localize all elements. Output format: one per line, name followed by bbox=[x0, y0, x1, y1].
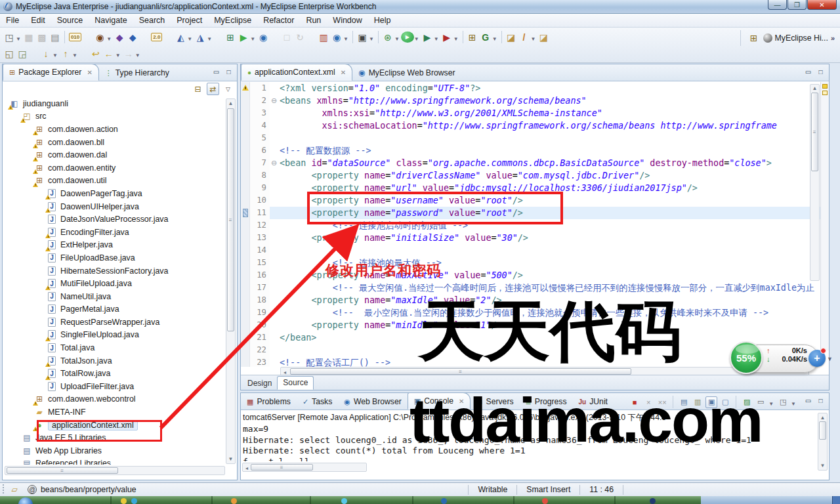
link-with-editor-icon[interactable]: ⇄ bbox=[207, 83, 219, 95]
menu-edit[interactable]: Edit bbox=[25, 14, 51, 27]
editor-tab-applicationcontext-xml[interactable]: ●applicationContext.xml✕ bbox=[241, 64, 352, 81]
new-class-icon[interactable]: ◭ bbox=[174, 30, 187, 44]
prev-annotation-icon[interactable]: ↑ bbox=[59, 47, 72, 60]
show-desktop-button[interactable] bbox=[832, 496, 840, 504]
refresh-g-dropdown-icon[interactable]: ▼ bbox=[492, 36, 497, 42]
open-perspective-icon[interactable]: ⊞ bbox=[747, 32, 761, 45]
forward-icon[interactable]: → bbox=[122, 47, 135, 60]
next-annotation-dropdown-icon[interactable]: ▼ bbox=[52, 52, 58, 58]
menu-window[interactable]: Window bbox=[327, 14, 368, 27]
tree-item-daowenuihelper-java[interactable]: JDaowenUIHelper.java bbox=[4, 200, 226, 213]
close-button[interactable]: ✕ bbox=[807, 0, 837, 10]
back-icon[interactable]: ← bbox=[102, 47, 116, 60]
debug-dropdown-icon[interactable]: ▼ bbox=[394, 36, 400, 42]
next-annotation-icon[interactable]: ↓ bbox=[39, 47, 52, 60]
view-tab-type-hierarchy[interactable]: ⋮Type Hierarchy bbox=[99, 65, 175, 81]
system-tray[interactable] bbox=[701, 496, 832, 504]
run-server-icon[interactable]: ▶ bbox=[237, 30, 250, 44]
console-horizontal-scrollbar[interactable]: ◂ ≡ bbox=[242, 463, 367, 472]
tree-item-uploadfilefilter-java[interactable]: JUploadFileFilter.java bbox=[4, 380, 226, 393]
disabled-refresh-icon[interactable]: ↻ bbox=[293, 30, 306, 44]
menu-search[interactable]: Search bbox=[133, 14, 171, 27]
taskbar-app-icon[interactable] bbox=[231, 498, 237, 504]
minimize-view-icon[interactable]: ▭ bbox=[212, 68, 220, 75]
camera-icon[interactable]: ▣ bbox=[356, 30, 369, 44]
menu-project[interactable]: Project bbox=[171, 14, 208, 27]
overview-ruler[interactable] bbox=[820, 82, 829, 350]
server-project-icon[interactable]: ⊞ bbox=[224, 30, 237, 44]
refresh-g-icon[interactable]: G bbox=[479, 30, 492, 44]
tree-item-com-daowen-util[interactable]: ⊞com.daowen.util bbox=[4, 175, 226, 188]
taskbar-app-icon[interactable] bbox=[131, 498, 137, 504]
forward-dropdown-icon[interactable]: ▼ bbox=[135, 52, 140, 58]
xml-20-icon[interactable]: 2.0 bbox=[151, 33, 162, 41]
minimize-button[interactable]: — bbox=[768, 0, 787, 10]
debug-icon[interactable]: ⊛ bbox=[381, 30, 394, 44]
minimize-editor-icon[interactable]: ▭ bbox=[804, 68, 812, 75]
bottom-tab-tasks[interactable]: ✓Tasks bbox=[297, 394, 338, 410]
profile-icon[interactable]: ▶ bbox=[440, 30, 453, 44]
bottom-tab-web-browser[interactable]: ◉Web Browser bbox=[338, 394, 408, 410]
editor-tab-myeclipse-web-browser[interactable]: ◉MyEclipse Web Browser bbox=[352, 65, 461, 81]
view-tab-package-explorer[interactable]: ⊞Package Explorer✕ bbox=[3, 64, 99, 81]
run-history-dropdown-icon[interactable]: ▼ bbox=[434, 36, 439, 42]
maximize-view-icon[interactable]: □ bbox=[224, 68, 233, 75]
binary-icon[interactable]: 010 bbox=[69, 33, 81, 41]
console-vertical-scrollbar[interactable]: ▲ ▼ bbox=[818, 413, 828, 471]
editor-mode-tab-source[interactable]: Source bbox=[277, 376, 314, 390]
tree-item-totalrow-java[interactable]: JTotalRow.java bbox=[4, 367, 226, 380]
profile-dropdown-icon[interactable]: ▼ bbox=[453, 36, 459, 42]
tree-item-web-app-libraries[interactable]: ▤Web App Libraries bbox=[4, 444, 226, 457]
editor-vertical-scrollbar[interactable]: ▲ ≡ bbox=[810, 84, 820, 281]
globe2-dropdown-icon[interactable]: ▼ bbox=[343, 36, 348, 42]
tree-item-datejsonvalueprocessor-java[interactable]: JDateJsonValueProcessor.java bbox=[4, 213, 226, 226]
menu-source[interactable]: Source bbox=[51, 14, 89, 27]
tree-item-totaljson-java[interactable]: JTotalJson.java bbox=[4, 354, 226, 368]
tree-item-total-java[interactable]: JTotal.java bbox=[4, 341, 226, 354]
taskbar-app-icon[interactable] bbox=[542, 498, 548, 504]
exchange-icon[interactable]: ◲ bbox=[16, 47, 29, 60]
menu-help[interactable]: Help bbox=[368, 14, 397, 27]
prev-annotation-dropdown-icon[interactable]: ▼ bbox=[72, 52, 77, 58]
tree-item-requestparsewrapper-java[interactable]: JRequestParseWrapper.java bbox=[4, 316, 226, 329]
tree-item-referenced-libraries[interactable]: ▤Referenced Libraries bbox=[4, 457, 226, 465]
camera-dropdown-icon[interactable]: ▼ bbox=[369, 36, 374, 42]
jar-purple-icon[interactable]: ◆ bbox=[113, 30, 126, 44]
windows-taskbar[interactable] bbox=[0, 496, 840, 504]
minimize-console-icon[interactable]: ▭ bbox=[804, 396, 812, 404]
last-edit-location-icon[interactable]: ↩ bbox=[89, 47, 102, 60]
start-orb-icon[interactable] bbox=[18, 497, 33, 504]
bottom-tab-problems[interactable]: ▦Problems bbox=[241, 394, 297, 410]
widget-caret-icon[interactable]: ▼ bbox=[827, 356, 833, 362]
maximize-console-icon[interactable]: □ bbox=[816, 396, 825, 404]
new-bean-dropdown-icon[interactable]: ▼ bbox=[106, 36, 112, 42]
taskbar-app-icon[interactable] bbox=[341, 498, 347, 504]
tree-item-fileuploadbase-java[interactable]: JFileUploadBase.java bbox=[4, 251, 226, 264]
tree-item-encodingfilter-java[interactable]: JEncodingFilter.java bbox=[4, 226, 226, 239]
new-grid-icon[interactable]: ⊞ bbox=[466, 30, 479, 44]
close-tab-icon[interactable]: ✕ bbox=[341, 69, 346, 76]
search-pencil-dropdown-icon[interactable]: ▼ bbox=[531, 36, 536, 42]
tree-item-meta-inf[interactable]: ▰META-INF bbox=[4, 406, 226, 419]
tree-item-daowenpagertag-java[interactable]: JDaowenPagerTag.java bbox=[4, 187, 226, 200]
web-globe-icon[interactable]: ◉ bbox=[257, 30, 270, 44]
search-pencil-icon[interactable]: / bbox=[518, 30, 531, 44]
tree-item-com-daowen-action[interactable]: ⊞com.daowen.action bbox=[4, 123, 226, 136]
run-history-icon[interactable]: ▶ bbox=[421, 30, 434, 44]
tree-item-src[interactable]: ◰src bbox=[4, 110, 226, 123]
taskbar-app-icon[interactable] bbox=[121, 498, 127, 504]
tree-item-com-daowen-webcontrol[interactable]: ⊞com.daowen.webcontrol bbox=[4, 393, 226, 406]
tree-item-hibernatesessionfactory-java[interactable]: JHibernateSessionFactory.java bbox=[4, 264, 226, 278]
editor-mode-tab-design[interactable]: Design bbox=[242, 377, 277, 390]
run-server-dropdown-icon[interactable]: ▼ bbox=[250, 36, 255, 42]
menu-myeclipse[interactable]: MyEclipse bbox=[208, 14, 257, 27]
menu-refactor[interactable]: Refactor bbox=[257, 14, 300, 27]
print-icon[interactable]: ▤ bbox=[49, 30, 62, 44]
menu-run[interactable]: Run bbox=[300, 14, 327, 27]
package-explorer-tree[interactable]: ◧jiudianguanli◰src⊞com.daowen.action⊞com… bbox=[4, 97, 226, 465]
perspective-label[interactable]: MyEclipse Hi... bbox=[775, 33, 828, 43]
fold-collapse-icon[interactable]: ⊖ bbox=[270, 94, 278, 107]
tree-item-jiudianguanli[interactable]: ◧jiudianguanli bbox=[4, 97, 226, 110]
open-folder-icon[interactable]: ◪ bbox=[537, 30, 550, 44]
perspective-more-icon[interactable]: » bbox=[831, 34, 835, 42]
